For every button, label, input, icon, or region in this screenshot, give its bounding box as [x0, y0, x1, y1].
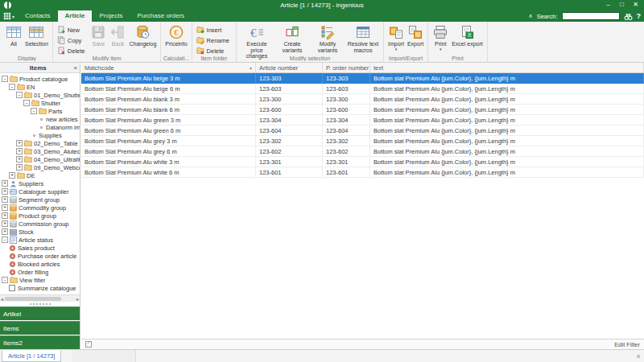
copy-button[interactable]: Copy: [56, 35, 87, 45]
modify-variants-button[interactable]: Modify variants: [310, 23, 345, 53]
tree-item-supplies[interactable]: Supplies: [0, 131, 80, 139]
collapse-sidebar-button[interactable]: «: [74, 64, 77, 72]
tree-expander[interactable]: -: [9, 84, 15, 90]
tab-contacts[interactable]: Contacts: [18, 10, 58, 22]
tree-item-de[interactable]: +DE: [0, 171, 80, 179]
tree-expander[interactable]: -: [2, 237, 8, 243]
tab-purchase-orders[interactable]: Purchase orders: [130, 10, 192, 22]
tree-item-en[interactable]: -EN: [0, 83, 80, 91]
tree-item-product-catalogue[interactable]: -Product catalogue: [0, 75, 80, 83]
panel-artikel[interactable]: Artikel: [0, 306, 80, 320]
tree-item-shutter[interactable]: -Shutter: [0, 99, 80, 107]
back-button[interactable]: Back: [108, 23, 127, 47]
table-row[interactable]: Bottom Slat Premium Alu green 3 m123-304…: [81, 115, 644, 125]
tree-item-commission-group[interactable]: +Commission group: [0, 220, 80, 228]
rename-button[interactable]: Rename: [195, 35, 231, 45]
column-header-text[interactable]: text: [370, 63, 644, 72]
tree-expander[interactable]: +: [2, 228, 8, 235]
scrollbar-thumb[interactable]: [5, 297, 61, 301]
resize-grip[interactable]: [637, 355, 640, 358]
scroll-right-icon[interactable]: ▸: [76, 296, 79, 302]
export-button[interactable]: Export: [406, 23, 425, 47]
tree-expander[interactable]: -: [2, 76, 8, 82]
tree-expander[interactable]: -: [16, 92, 23, 98]
maximize-button[interactable]: □: [615, 0, 629, 10]
table-row[interactable]: Bottom Slat Premium Alu grey 6 m123-6021…: [81, 146, 644, 157]
tree-expander[interactable]: +: [2, 180, 8, 187]
table-row[interactable]: Bottom Slat Premium Alu green 6 m123-604…: [81, 125, 644, 136]
selection-button[interactable]: Selection: [23, 23, 50, 47]
panel-items[interactable]: Items: [0, 321, 80, 335]
scroll-left-icon[interactable]: ◂: [1, 296, 3, 302]
checkbox[interactable]: [9, 285, 15, 291]
tree-expander[interactable]: +: [16, 156, 23, 162]
tab-article[interactable]: Article: [58, 10, 93, 22]
tree-item-view-filter[interactable]: -View filter: [0, 276, 80, 284]
table-row[interactable]: Bottom Slat Premium Alu beige 6 m123-603…: [81, 84, 644, 94]
table-row[interactable]: Bottom Slat Premium Alu beige 3 m123-303…: [81, 73, 644, 84]
tab-projects[interactable]: Projects: [92, 10, 130, 22]
tree-item-stock[interactable]: +Stock: [0, 228, 80, 236]
search-input[interactable]: [562, 12, 620, 20]
all-button[interactable]: All: [4, 23, 23, 47]
tree-item-blocked-articles[interactable]: Blocked articles: [0, 260, 80, 268]
tree-item-suppliers[interactable]: +Suppliers: [0, 179, 80, 187]
tree-expander[interactable]: +: [2, 196, 8, 203]
tree-expander[interactable]: +: [2, 220, 8, 227]
app-menu-button[interactable]: ▾: [0, 10, 18, 22]
tree-item-new-articles[interactable]: new articles: [0, 115, 80, 123]
column-header-matchcode[interactable]: Matchcode▲: [81, 63, 256, 72]
tree-item-commodity-group[interactable]: +Commodity group: [0, 204, 80, 212]
panel-items2[interactable]: Items2: [0, 335, 80, 349]
tree-item-product-group[interactable]: +Product group: [0, 212, 80, 220]
edit-filter-button[interactable]: Edit Filter: [614, 341, 640, 348]
tree-expander[interactable]: +: [16, 164, 23, 171]
import-button[interactable]: Import▾: [386, 23, 406, 51]
tree-item-segment-group[interactable]: +Segment group: [0, 195, 80, 204]
table-row[interactable]: Bottom Slat Premium Alu white 3 m123-301…: [81, 157, 644, 167]
changelog-button[interactable]: Changelog: [127, 23, 158, 47]
new-button[interactable]: New: [56, 25, 87, 35]
insert-button[interactable]: Insert: [195, 25, 231, 35]
tree-item-purchase-order-article[interactable]: Purchase order article: [0, 252, 80, 260]
binoculars-icon[interactable]: [624, 12, 633, 21]
tree-item-09-demo-webcontrols[interactable]: +09_Demo_Webcontrols: [0, 163, 80, 171]
collapse-ribbon-icon[interactable]: ∧: [529, 13, 533, 19]
tree-item-03-demo-alutech[interactable]: +03_Demo_Alutech: [0, 147, 80, 155]
tree-expander[interactable]: -: [23, 100, 30, 106]
tree-expander[interactable]: -: [2, 277, 8, 283]
sidebar-hscrollbar[interactable]: ◂ ▸: [0, 294, 80, 302]
table-row[interactable]: Bottom Slat Premium Alu blank 6 m123-600…: [81, 105, 644, 115]
priceinfo-button[interactable]: €Priceinfo: [163, 23, 188, 47]
column-header-p-order-number[interactable]: P. order number: [323, 63, 370, 72]
tree-item-04-demo-ultralite-doors[interactable]: +04_Demo_Ultralite-Doors: [0, 155, 80, 163]
bottom-tab-article[interactable]: Article [1 / 14273]: [2, 350, 61, 362]
column-header-article-number[interactable]: Article number: [256, 63, 323, 72]
table-row[interactable]: Bottom Slat Premium Alu blank 3 m123-300…: [81, 94, 644, 105]
tree-expander[interactable]: +: [2, 188, 8, 195]
delete-button[interactable]: Delete: [195, 46, 231, 56]
save-button[interactable]: Save: [89, 23, 108, 47]
table-row[interactable]: Bottom Slat Premium Alu grey 3 m123-3021…: [81, 136, 644, 146]
tree-item-parts[interactable]: -Parts: [0, 107, 80, 115]
tree-item-catalogue-supplier[interactable]: +Catalogue supplier: [0, 187, 80, 195]
excel-export-button[interactable]: XExcel export: [450, 23, 485, 47]
close-button[interactable]: ✕: [629, 0, 642, 10]
tree-item-summarize-catalogue[interactable]: Summarize catalogue: [0, 284, 80, 292]
tree-item-article-status[interactable]: -Article status: [0, 236, 80, 244]
help-icon[interactable]: ?: [637, 12, 642, 20]
tree-item-sales-product[interactable]: Sales product: [0, 244, 80, 252]
tree-item-02-demo-table[interactable]: +02_Demo_Table: [0, 139, 80, 147]
resolve-text-macros-button[interactable]: Resolve text macros: [345, 23, 381, 53]
delete-button[interactable]: Delete: [56, 46, 87, 56]
tree-expander[interactable]: +: [16, 148, 23, 154]
tree-item-01-demo-shutter[interactable]: -01_Demo_Shutter: [0, 91, 80, 99]
filter-checkbox[interactable]: [85, 341, 92, 348]
tree-item-order-filling[interactable]: Order filling: [0, 268, 80, 276]
minimize-button[interactable]: –: [601, 0, 615, 10]
tree-expander[interactable]: +: [16, 140, 23, 146]
create-variants-button[interactable]: Create variants: [275, 23, 310, 53]
tree-expander[interactable]: +: [2, 204, 8, 211]
tree-item-datanorm-import[interactable]: Datanorm import: [0, 123, 80, 131]
table-row[interactable]: Bottom Slat Premium Alu white 6 m123-601…: [81, 167, 644, 178]
